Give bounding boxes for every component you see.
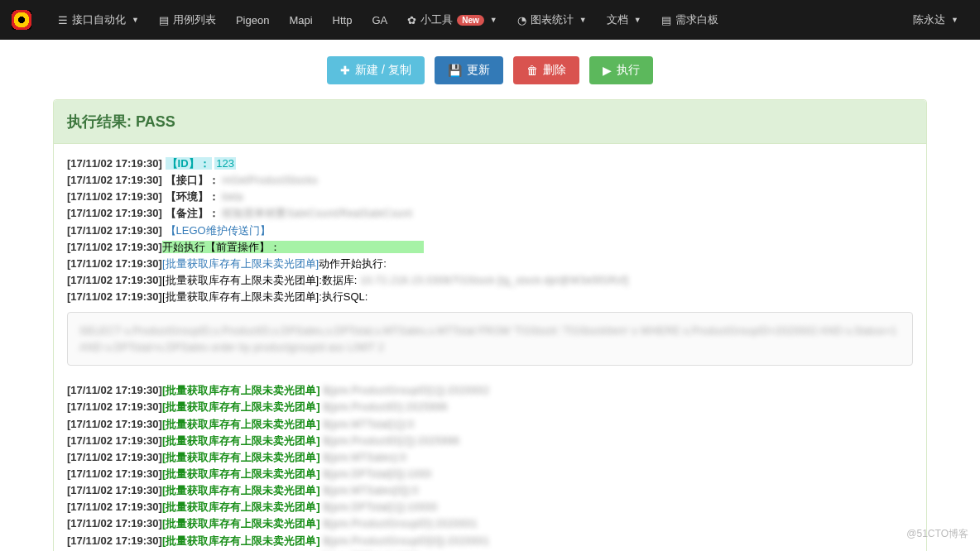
user-menu[interactable]: 陈永达 ▼ <box>903 0 968 40</box>
output-line: [17/11/02 17:19:30][批量获取库存有上限未卖光团单] ${pr… <box>67 533 913 549</box>
sql-box: SELECT s.ProductGroupID,s.ProductID,s.DP… <box>67 312 913 366</box>
nav-icon: ▤ <box>159 14 169 26</box>
nav-item-3[interactable]: Mapi <box>279 0 322 40</box>
trash-icon: 🗑 <box>526 64 538 77</box>
chevron-down-icon: ▼ <box>634 16 641 24</box>
nav-item-8[interactable]: 文档▼ <box>597 0 651 40</box>
chevron-down-icon: ▼ <box>579 16 587 24</box>
output-line: [17/11/02 17:19:30][批量获取库存有上限未卖光团单] ${pr… <box>67 466 913 482</box>
app-logo[interactable] <box>12 10 31 30</box>
result-panel: 执行结果: PASS [17/11/02 17:19:30] 【ID】： 123… <box>53 99 927 551</box>
chevron-down-icon: ▼ <box>490 16 497 24</box>
nav-item-2[interactable]: Pigeon <box>226 0 279 40</box>
nav-icon: ▤ <box>661 14 671 26</box>
run-button[interactable]: ▶ 执行 <box>589 56 653 84</box>
output-line: [17/11/02 17:19:30][批量获取库存有上限未卖光团单] ${pr… <box>67 499 913 515</box>
new-badge: New <box>457 15 484 26</box>
nav-item-5[interactable]: GA <box>362 0 397 40</box>
log-body: [17/11/02 17:19:30] 【ID】： 123 [17/11/02 … <box>54 144 926 551</box>
update-button[interactable]: 💾 更新 <box>435 56 503 84</box>
action-toolbar: ✚ 新建 / 复制 💾 更新 🗑 删除 ▶ 执行 <box>0 40 980 99</box>
output-line: [17/11/02 17:19:30][批量获取库存有上限未卖光团单] ${pr… <box>67 416 913 433</box>
nav-item-4[interactable]: Http <box>323 0 363 40</box>
nav-icon: ☰ <box>58 14 68 26</box>
chevron-down-icon: ▼ <box>951 16 958 24</box>
id-value: 123 <box>214 157 236 170</box>
nav-icon: ◔ <box>517 14 526 26</box>
new-copy-button[interactable]: ✚ 新建 / 复制 <box>327 56 425 84</box>
plus-icon: ✚ <box>340 64 350 77</box>
output-line: [17/11/02 17:19:30][批量获取库存有上限未卖光团单] ${pr… <box>67 399 913 415</box>
top-navbar: ☰接口自动化▼▤用例列表PigeonMapiHttpGA✿小工具New▼◔图表统… <box>0 0 980 40</box>
output-line: [17/11/02 17:19:30][批量获取库存有上限未卖光团单] ${pr… <box>67 382 913 399</box>
nav-item-7[interactable]: ◔图表统计▼ <box>507 0 597 40</box>
nav-item-0[interactable]: ☰接口自动化▼ <box>48 0 149 40</box>
nav-item-1[interactable]: ▤用例列表 <box>149 0 226 40</box>
save-icon: 💾 <box>448 64 462 77</box>
delete-button[interactable]: 🗑 删除 <box>513 56 579 84</box>
result-header: 执行结果: PASS <box>54 100 926 144</box>
output-line: [17/11/02 17:19:30][批量获取库存有上限未卖光团单] ${pr… <box>67 482 913 499</box>
nav-item-6[interactable]: ✿小工具New▼ <box>397 0 507 40</box>
nav-item-9[interactable]: ▤需求白板 <box>651 0 728 40</box>
id-tag: 【ID】： <box>166 157 212 170</box>
play-icon: ▶ <box>603 64 612 77</box>
nav-icon: ✿ <box>407 14 416 26</box>
lego-portal-link[interactable]: 【LEGO维护传送门】 <box>166 224 271 237</box>
output-line: [17/11/02 17:19:30][批量获取库存有上限未卖光团单] ${pr… <box>67 433 913 449</box>
watermark: @51CTO博客 <box>906 527 968 541</box>
user-name: 陈永达 <box>913 12 945 27</box>
output-line: [17/11/02 17:19:30][批量获取库存有上限未卖光团单] ${pr… <box>67 449 913 466</box>
chevron-down-icon: ▼ <box>132 16 139 24</box>
output-line: [17/11/02 17:19:30][批量获取库存有上限未卖光团单] ${pr… <box>67 515 913 532</box>
